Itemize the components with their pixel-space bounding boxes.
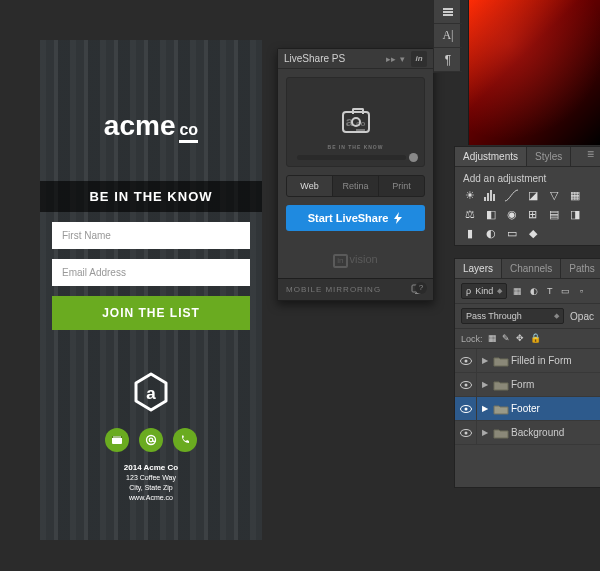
tagline-bar: BE IN THE KNOW: [40, 181, 262, 212]
curves-icon[interactable]: [503, 188, 520, 203]
color-picker-swatch[interactable]: [468, 0, 600, 145]
svg-rect-14: [484, 197, 486, 201]
bw-icon[interactable]: ◧: [482, 207, 499, 222]
footer-text: 2014 Acme Co 123 Coffee Way City, State …: [124, 462, 178, 503]
visibility-toggle-icon[interactable]: [455, 397, 477, 420]
help-button[interactable]: ?: [415, 282, 427, 294]
filter-shape-icon[interactable]: ▭: [559, 285, 572, 298]
svg-point-25: [464, 431, 467, 434]
liveshare-header[interactable]: LiveShare PS ▸▸ ▾ in: [278, 49, 433, 69]
hue-sat-icon[interactable]: ▦: [566, 188, 583, 203]
svg-text:a: a: [146, 384, 156, 403]
disclosure-triangle-icon[interactable]: ▶: [477, 404, 493, 413]
liveshare-panel: LiveShare PS ▸▸ ▾ in aco BE IN THE KNOW …: [277, 48, 434, 301]
lock-pixels-icon[interactable]: ✎: [502, 333, 513, 344]
exposure-icon[interactable]: ◪: [524, 188, 541, 203]
film-icon[interactable]: [105, 428, 129, 452]
filter-smart-icon[interactable]: ▫: [575, 285, 588, 298]
paragraph-panel-icon[interactable]: ¶: [434, 48, 462, 72]
invision-badge-icon[interactable]: in: [411, 51, 427, 67]
posterize-icon[interactable]: ▮: [461, 226, 478, 241]
minimize-icon[interactable]: ▾: [400, 54, 405, 64]
visibility-toggle-icon[interactable]: [455, 421, 477, 444]
liveshare-title: LiveShare PS: [284, 53, 382, 64]
tab-channels[interactable]: Channels: [502, 259, 561, 278]
brand-logo-text: acmeco: [104, 110, 198, 143]
start-liveshare-button[interactable]: Start LiveShare: [286, 205, 425, 231]
svg-point-19: [464, 359, 467, 362]
add-adjustment-label: Add an adjustment: [455, 167, 600, 186]
vertical-type-toolbar: A| ¶: [433, 0, 461, 73]
selective-color-icon[interactable]: ◆: [524, 226, 541, 241]
svg-rect-11: [443, 8, 453, 10]
color-lookup-icon[interactable]: ▤: [545, 207, 562, 222]
blend-mode-select[interactable]: Pass Through◆: [461, 308, 564, 324]
lock-label: Lock:: [461, 334, 483, 344]
mobile-mirroring-row[interactable]: MOBILE MIRRORING: [278, 278, 433, 300]
resolution-tabs: Web Retina Print: [286, 175, 425, 197]
lightning-icon: [393, 212, 403, 224]
levels-icon[interactable]: [482, 188, 499, 203]
collapse-chevron-icon[interactable]: ▸▸: [386, 54, 396, 64]
visibility-toggle-icon[interactable]: [455, 349, 477, 372]
tab-adjustments[interactable]: Adjustments: [455, 147, 527, 166]
lock-transparent-icon[interactable]: ▦: [488, 333, 499, 344]
tab-retina[interactable]: Retina: [333, 176, 379, 196]
filter-adjust-icon[interactable]: ◐: [527, 285, 540, 298]
filter-pixel-icon[interactable]: ▦: [511, 285, 524, 298]
filter-type-icon[interactable]: T: [543, 285, 556, 298]
channel-mixer-icon[interactable]: ⊞: [524, 207, 541, 222]
first-name-field[interactable]: First Name: [52, 222, 250, 249]
svg-rect-17: [493, 194, 495, 201]
svg-rect-16: [490, 190, 492, 201]
color-balance-icon[interactable]: ⚖: [461, 207, 478, 222]
adjustments-panel: Adjustments Styles ≡ Add an adjustment ☀…: [454, 146, 600, 246]
layer-row[interactable]: ▶ Footer: [455, 397, 600, 421]
svg-point-23: [464, 407, 467, 410]
disclosure-triangle-icon[interactable]: ▶: [477, 356, 493, 365]
lock-position-icon[interactable]: ✥: [516, 333, 527, 344]
tab-print[interactable]: Print: [379, 176, 424, 196]
gradient-map-icon[interactable]: ▭: [503, 226, 520, 241]
panel-menu-icon[interactable]: ≡: [581, 147, 600, 166]
folder-icon: [493, 355, 509, 367]
visibility-toggle-icon[interactable]: [455, 373, 477, 396]
layer-row[interactable]: ▶ Form: [455, 373, 600, 397]
character-panel-icon[interactable]: A|: [434, 24, 462, 48]
vibrance-icon[interactable]: ▽: [545, 188, 562, 203]
preview-thumbnail: aco BE IN THE KNOW: [286, 77, 425, 167]
layers-panel: Layers Channels Paths ≡ ρ Kind ◆ ▦ ◐ T ▭…: [454, 258, 600, 488]
disclosure-triangle-icon[interactable]: ▶: [477, 380, 493, 389]
tab-web[interactable]: Web: [287, 176, 333, 196]
svg-point-8: [147, 436, 156, 445]
filter-kind-select[interactable]: ρ Kind ◆: [461, 283, 507, 299]
hexagon-logo-icon: a: [133, 372, 169, 412]
email-field[interactable]: Email Address: [52, 259, 250, 286]
camera-capture-button[interactable]: [342, 111, 370, 133]
layer-row[interactable]: ▶ Background: [455, 421, 600, 445]
design-canvas-mockup: acmeco BE IN THE KNOW First Name Email A…: [40, 40, 262, 540]
tab-layers[interactable]: Layers: [455, 259, 502, 278]
zoom-slider-track[interactable]: [297, 155, 406, 160]
tool-slot[interactable]: [434, 0, 462, 24]
tab-styles[interactable]: Styles: [527, 147, 571, 166]
photo-filter-icon[interactable]: ◉: [503, 207, 520, 222]
layer-list: ▶ Filled in Form ▶ Form ▶ Footer ▶ Backg…: [455, 349, 600, 445]
disclosure-triangle-icon[interactable]: ▶: [477, 428, 493, 437]
invert-icon[interactable]: ◨: [566, 207, 583, 222]
tab-paths[interactable]: Paths: [561, 259, 600, 278]
at-sign-icon[interactable]: [139, 428, 163, 452]
phone-icon[interactable]: [173, 428, 197, 452]
svg-rect-15: [487, 193, 489, 201]
zoom-slider-knob[interactable]: [409, 153, 418, 162]
layer-row[interactable]: ▶ Filled in Form: [455, 349, 600, 373]
folder-icon: [493, 379, 509, 391]
join-list-button[interactable]: JOIN THE LIST: [52, 296, 250, 330]
lock-all-icon[interactable]: 🔒: [530, 333, 541, 344]
brightness-contrast-icon[interactable]: ☀: [461, 188, 478, 203]
svg-rect-12: [443, 11, 453, 13]
svg-point-21: [464, 383, 467, 386]
folder-icon: [493, 403, 509, 415]
folder-icon: [493, 427, 509, 439]
threshold-icon[interactable]: ◐: [482, 226, 499, 241]
